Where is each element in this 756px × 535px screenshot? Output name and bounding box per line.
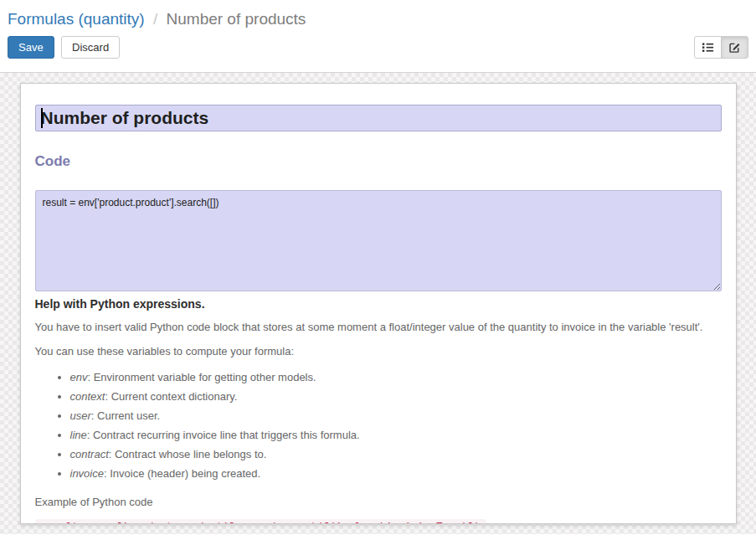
variable-item: line: Contract recurring invoice line th…	[70, 428, 722, 443]
list-view-button[interactable]	[694, 36, 722, 59]
variable-item: env: Environment variable for getting ot…	[70, 370, 722, 385]
variable-desc: : Contract whose line belongs to.	[109, 448, 267, 460]
variable-item: invoice: Invoice (header) being created.	[70, 466, 722, 481]
variables-list: env: Environment variable for getting ot…	[35, 370, 722, 481]
save-button[interactable]: Save	[8, 36, 54, 59]
list-icon	[702, 41, 714, 54]
formula-name-input[interactable]	[35, 105, 722, 131]
control-panel: Formulas (quantity) / Number of products…	[0, 0, 756, 73]
python-help-block: Help with Python expressions. You have t…	[35, 297, 722, 524]
variable-desc: : Current user.	[91, 409, 160, 422]
code-section-heading: Code	[35, 153, 722, 170]
breadcrumb-separator: /	[153, 10, 157, 28]
code-textarea[interactable]: result = env['product.product'].search([…	[35, 190, 722, 291]
variable-item: context: Current context dictionary.	[70, 389, 722, 404]
example-label: Example of Python code	[35, 495, 722, 510]
variable-name: contract	[70, 448, 109, 460]
text-cursor	[41, 108, 43, 128]
discard-button[interactable]: Discard	[61, 36, 120, 59]
form-view-background: Code result = env['product.product'].sea…	[0, 73, 756, 534]
view-switcher	[694, 36, 748, 59]
variable-item: user: Current user.	[70, 409, 722, 424]
button-bar: Save Discard	[0, 34, 756, 59]
breadcrumb: Formulas (quantity) / Number of products	[0, 0, 756, 34]
variable-name: user	[70, 409, 91, 422]
form-view-button[interactable]	[721, 36, 748, 59]
help-title: Help with Python expressions.	[35, 297, 722, 311]
variable-name: invoice	[70, 467, 104, 480]
variable-item: contract: Contract whose line belongs to…	[70, 447, 722, 462]
breadcrumb-parent-link[interactable]: Formulas (quantity)	[8, 10, 145, 28]
example-code: result = env['product.product'].search_c…	[35, 519, 486, 524]
variable-desc: : Contract recurring invoice line that t…	[87, 429, 360, 441]
variable-name: env	[70, 371, 88, 383]
variable-desc: : Environment variable for getting other…	[87, 371, 316, 383]
formula-name-field	[35, 105, 722, 131]
edit-icon	[728, 41, 741, 54]
variable-desc: : Current context dictionary.	[105, 390, 237, 403]
variable-name: context	[70, 390, 105, 403]
breadcrumb-current: Number of products	[167, 10, 306, 28]
record-buttons: Save Discard	[8, 36, 123, 59]
help-intro: You have to insert valid Python code blo…	[35, 320, 722, 335]
variable-desc: : Invoice (header) being created.	[104, 467, 260, 480]
variable-name: line	[70, 429, 87, 441]
form-sheet: Code result = env['product.product'].sea…	[20, 83, 737, 524]
variables-intro: You can use these variables to compute y…	[35, 344, 722, 359]
